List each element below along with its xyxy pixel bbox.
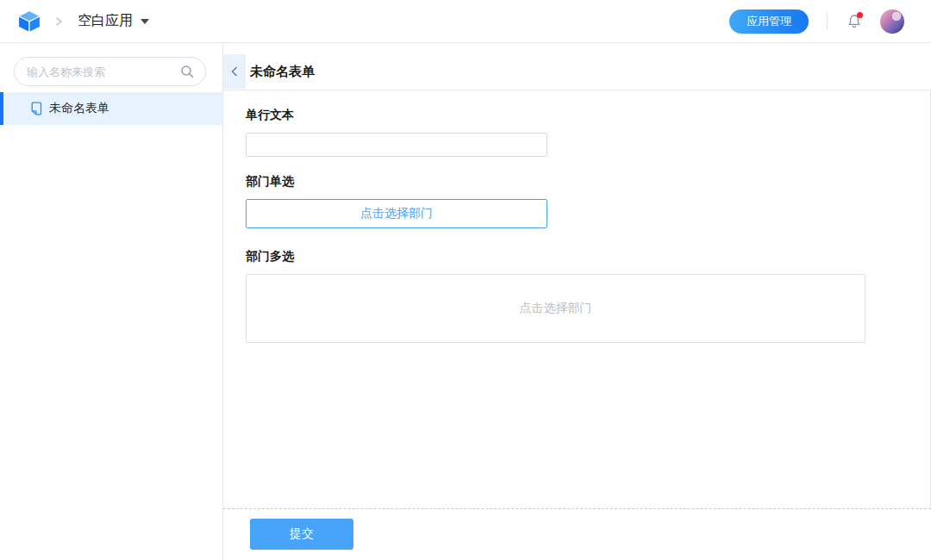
form-header: 未命名表单	[223, 43, 931, 90]
field-label-dept-single: 部门单选	[246, 174, 930, 189]
single-line-text-input[interactable]	[246, 133, 547, 157]
submit-button[interactable]: 提交	[250, 519, 353, 550]
topbar-divider	[827, 13, 828, 30]
app-window: 空白应用 应用管理	[0, 0, 931, 560]
main-panel: 未命名表单 单行文本 部门单选 点击选择部门 部门多选 点击选择部门 提交	[223, 43, 931, 560]
sidebar-search-input[interactable]	[15, 65, 180, 78]
app-manage-button[interactable]: 应用管理	[729, 9, 809, 34]
caret-down-icon	[141, 19, 149, 24]
form-footer: 提交	[223, 509, 931, 550]
notification-badge	[857, 12, 863, 18]
sidebar-search-box	[14, 57, 206, 86]
dept-multi-select-area[interactable]: 点击选择部门	[246, 274, 865, 343]
topbar-right-group: 应用管理	[729, 9, 904, 34]
user-avatar[interactable]	[880, 9, 904, 34]
app-logo-cube-icon[interactable]	[17, 9, 41, 34]
breadcrumb-chevron-icon	[53, 16, 65, 28]
search-icon[interactable]	[180, 65, 195, 79]
active-indicator-bar	[0, 92, 3, 125]
back-button[interactable]	[223, 54, 246, 89]
app-name-dropdown[interactable]: 空白应用	[78, 12, 149, 30]
form-title: 未命名表单	[250, 54, 315, 89]
dept-multi-placeholder: 点击选择部门	[520, 301, 592, 316]
topbar: 空白应用 应用管理	[0, 0, 931, 43]
form-body: 单行文本 部门单选 点击选择部门 部门多选 点击选择部门	[223, 90, 931, 508]
dept-single-select-button[interactable]: 点击选择部门	[246, 199, 547, 228]
field-label-dept-multi: 部门多选	[246, 249, 930, 264]
app-name: 空白应用	[78, 12, 133, 30]
form-document-icon	[29, 101, 44, 116]
sidebar-item-label: 未命名表单	[49, 101, 109, 116]
sidebar-item-form[interactable]: 未命名表单	[0, 92, 222, 125]
field-label-single-line-text: 单行文本	[246, 108, 930, 122]
notification-bell-icon[interactable]	[846, 13, 863, 30]
sidebar: 未命名表单	[0, 43, 223, 560]
